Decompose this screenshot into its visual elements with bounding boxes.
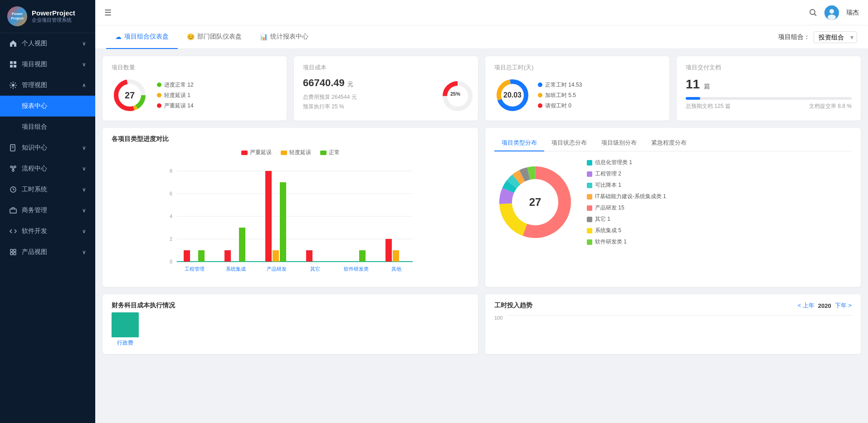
finance-bar-group: 行政费 bbox=[112, 312, 139, 347]
sidebar-item-project-group[interactable]: 项目组合 bbox=[0, 117, 95, 137]
sidebar-item-software[interactable]: 软件开发 ∨ bbox=[0, 221, 95, 242]
sidebar-item-flow[interactable]: 流程中心 ∨ bbox=[0, 158, 95, 179]
book-icon bbox=[9, 144, 17, 152]
sidebar-item-workhour[interactable]: 工时系统 ∨ bbox=[0, 179, 95, 200]
workhour-donut-label: 20.03 bbox=[503, 91, 522, 99]
placeholder-icon bbox=[9, 102, 17, 110]
dist-tab-level[interactable]: 项目级别分布 bbox=[594, 135, 644, 151]
sidebar-item-business[interactable]: 商务管理 ∨ bbox=[0, 200, 95, 221]
legend-label-overtime-wh: 加班工时 5.5 bbox=[545, 92, 576, 99]
docs-progress-bar bbox=[686, 97, 852, 100]
nav-label-report: 报表中心 bbox=[22, 102, 86, 110]
svg-text:系统集成: 系统集成 bbox=[226, 266, 246, 272]
nav-label-personal: 个人视图 bbox=[22, 39, 82, 48]
sidebar-item-personal[interactable]: 个人视图 ∨ bbox=[0, 33, 95, 54]
topbar: ☰ 瑞杰 bbox=[95, 0, 868, 25]
team-icon: 😊 bbox=[187, 33, 195, 40]
dist-content: 27 信息化管理类 1 工程管理 2 bbox=[494, 159, 852, 246]
legend-color-severe bbox=[241, 151, 248, 155]
prev-year-link[interactable]: < 上年 bbox=[798, 301, 814, 310]
sidebar-item-project[interactable]: 项目视图 ∨ bbox=[0, 54, 95, 75]
svg-line-23 bbox=[814, 14, 817, 16]
chevron-down-icon: ∨ bbox=[82, 40, 86, 47]
tab-team[interactable]: 😊 部门团队仪表盘 bbox=[178, 25, 251, 49]
tab-stats[interactable]: 📊 统计报表中心 bbox=[251, 25, 317, 49]
svg-rect-19 bbox=[14, 249, 16, 252]
tab-portfolio[interactable]: ☁ 项目组合仪表盘 bbox=[106, 25, 178, 49]
logo-text-group: PowerProject 企业项目管理系统 bbox=[32, 9, 75, 24]
stats-row: 项目数量 bbox=[102, 56, 861, 121]
next-year-link[interactable]: 下年 > bbox=[835, 301, 852, 310]
sidebar-item-report[interactable]: 报表中心 bbox=[0, 96, 95, 117]
svg-rect-67 bbox=[385, 239, 392, 262]
sidebar-item-product[interactable]: 产品视图 ∨ bbox=[0, 242, 95, 263]
dist-tab-urgency[interactable]: 紧急程度分布 bbox=[644, 135, 694, 151]
docs-progress-fill bbox=[686, 97, 700, 100]
svg-point-8 bbox=[10, 166, 12, 168]
svg-line-16 bbox=[13, 190, 15, 190]
svg-rect-68 bbox=[393, 250, 399, 262]
trend-grid-line bbox=[508, 315, 852, 316]
svg-rect-47 bbox=[184, 250, 190, 262]
trend-y-label: 100 bbox=[494, 315, 502, 321]
legend-severe-bar: 严重延误 bbox=[241, 149, 272, 156]
chevron-down-icon: ∨ bbox=[82, 207, 86, 214]
product-icon bbox=[9, 248, 17, 256]
stat2-text: 66740.49 元 总费用预算 264544 元 预算执行率 25 % bbox=[303, 77, 357, 111]
legend-severe: 严重延误 14 bbox=[157, 102, 194, 110]
dist-tab-type[interactable]: 项目类型分布 bbox=[494, 135, 544, 151]
bar-chart-card: 各项目类型进度对比 严重延误 轻度延误 正常 bbox=[102, 128, 478, 287]
workhour-legend: 正常工时 14.53 加班工时 5.5 请假工时 0 bbox=[538, 81, 582, 110]
app-logo: PowerProject bbox=[7, 6, 27, 26]
username-label: 瑞杰 bbox=[846, 9, 859, 17]
sidebar-navigation: 个人视图 ∨ 项目视图 ∨ 管理视图 ∧ 报表中心 项目组合 bbox=[0, 33, 95, 423]
project-group-label: 项目组合： bbox=[778, 33, 810, 41]
dist-legend-item-4: 产品研发 15 bbox=[587, 204, 666, 212]
dist-total-label: 27 bbox=[529, 196, 541, 209]
dist-label-2: 可比降本 1 bbox=[595, 181, 621, 189]
flow-icon bbox=[9, 165, 17, 173]
stat2-wrap: 66740.49 元 总费用预算 264544 元 预算执行率 25 % bbox=[303, 77, 469, 111]
legend-normal: 进度正常 12 bbox=[157, 81, 194, 89]
dist-dot-5 bbox=[587, 217, 592, 222]
finance-bar-label: 行政费 bbox=[117, 339, 133, 347]
svg-text:其它: 其它 bbox=[310, 266, 320, 272]
search-icon[interactable] bbox=[809, 9, 817, 17]
svg-line-12 bbox=[14, 168, 15, 170]
dist-legend-item-1: 工程管理 2 bbox=[587, 170, 666, 178]
dist-legend-item-3: IT基础能力建设-系统集成类 1 bbox=[587, 193, 666, 200]
dist-tab-status[interactable]: 项目状态分布 bbox=[544, 135, 594, 151]
sidebar-item-knowledge[interactable]: 知识中心 ∨ bbox=[0, 137, 95, 158]
workhour-donut: 20.03 bbox=[494, 77, 531, 113]
stat-card-documents: 项目交付文档 11 篇 总预期文档 125 篇 文档提交率 8.8 % bbox=[677, 56, 861, 121]
cost-budget-label: 总费用预算 264544 元 bbox=[303, 93, 357, 101]
legend-dot-leave-wh bbox=[538, 103, 542, 108]
project-select-wrapper: 投资组合 研发组合 运营组合 ▾ bbox=[814, 31, 857, 43]
svg-text:产品研发: 产品研发 bbox=[267, 266, 287, 272]
svg-rect-3 bbox=[14, 65, 16, 68]
docs-count: 11 bbox=[686, 77, 700, 91]
legend-label-light: 轻度延误 1 bbox=[164, 92, 190, 99]
cost-rate-label-donut: 25% bbox=[450, 91, 460, 97]
sidebar-item-manage[interactable]: 管理视图 ∧ bbox=[0, 75, 95, 96]
tab-team-label: 部门团队仪表盘 bbox=[197, 33, 242, 41]
svg-point-25 bbox=[829, 9, 834, 14]
svg-rect-20 bbox=[10, 253, 13, 255]
dist-label-1: 工程管理 2 bbox=[595, 170, 621, 178]
project-group-select[interactable]: 投资组合 研发组合 运营组合 bbox=[814, 31, 857, 43]
svg-point-4 bbox=[12, 84, 15, 87]
count-legend: 进度正常 12 轻度延误 1 严重延误 14 bbox=[157, 81, 194, 110]
legend-text-light: 轻度延误 bbox=[289, 149, 311, 156]
legend-normal-wh: 正常工时 14.53 bbox=[538, 81, 582, 89]
topbar-right: 瑞杰 bbox=[809, 5, 859, 20]
svg-rect-57 bbox=[280, 182, 286, 262]
code-icon bbox=[9, 227, 17, 235]
dist-label-5: 其它 1 bbox=[595, 215, 610, 223]
stat3-content: 20.03 正常工时 14.53 加班工时 5.5 bbox=[494, 77, 660, 113]
sidebar-logo: PowerProject PowerProject 企业项目管理系统 bbox=[0, 0, 95, 33]
finance-bar bbox=[112, 312, 139, 337]
dist-dot-3 bbox=[587, 194, 592, 199]
svg-point-26 bbox=[828, 15, 836, 20]
chevron-down-icon: ∨ bbox=[82, 228, 86, 234]
menu-icon[interactable]: ☰ bbox=[104, 8, 112, 18]
